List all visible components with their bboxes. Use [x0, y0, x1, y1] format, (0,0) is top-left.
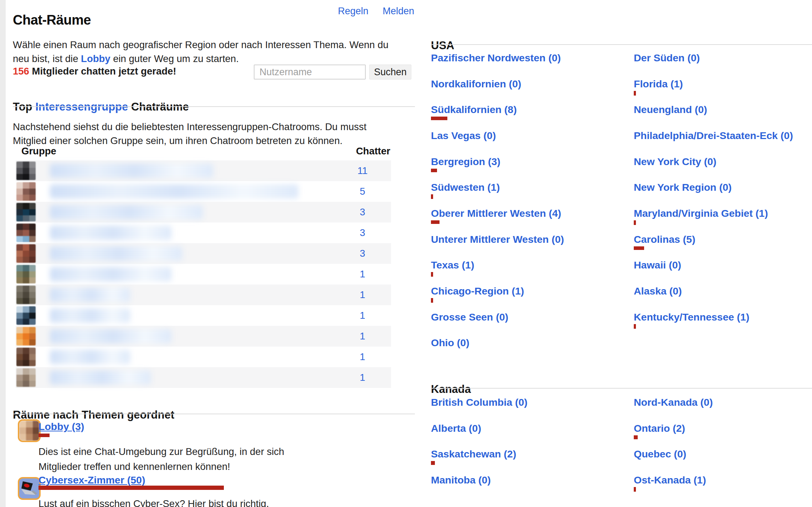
- region-link[interactable]: Manitoba (0): [431, 474, 491, 486]
- group-chatter-count[interactable]: 1: [334, 268, 391, 280]
- username-search-input[interactable]: [254, 65, 366, 80]
- activity-bar: [634, 435, 638, 439]
- group-chatter-count[interactable]: 3: [334, 227, 391, 239]
- cybersex-room-description: Lust auf ein bisschen Cyber-Sex? Hier bi…: [38, 496, 359, 507]
- report-link[interactable]: Melden: [383, 6, 415, 17]
- region-link[interactable]: Las Vegas (0): [431, 130, 496, 142]
- group-name-blurred[interactable]: [50, 350, 130, 364]
- laptop-glyph: [19, 478, 39, 498]
- group-name-blurred[interactable]: [50, 164, 213, 178]
- divider: [431, 388, 812, 389]
- group-chatter-count[interactable]: 3: [334, 248, 391, 259]
- region-link[interactable]: Ohio (0): [431, 337, 469, 349]
- region-item: Alaska (0): [634, 285, 812, 297]
- table-row: 5: [16, 181, 391, 202]
- region-link[interactable]: Ost-Kanada (1): [634, 474, 706, 486]
- region-link[interactable]: Neuengland (0): [634, 104, 707, 116]
- region-link[interactable]: Südkalifornien (8): [431, 104, 517, 116]
- region-link[interactable]: Bergregion (3): [431, 156, 500, 168]
- region-link[interactable]: British Columbia (0): [431, 396, 528, 408]
- group-name-blurred[interactable]: [50, 267, 171, 281]
- lobby-inline-link[interactable]: Lobby: [81, 53, 111, 64]
- table-row: 3: [16, 222, 391, 243]
- region-item: Oberer Mittlerer Westen (4): [431, 208, 631, 224]
- group-name-blurred[interactable]: [50, 329, 171, 343]
- region-item: New York City (0): [634, 156, 812, 168]
- region-link[interactable]: Alaska (0): [634, 285, 682, 297]
- group-name-blurred[interactable]: [50, 226, 171, 240]
- region-item: Der Süden (0): [634, 52, 812, 64]
- group-chatter-count[interactable]: 1: [334, 331, 391, 342]
- group-chatter-count[interactable]: 5: [334, 186, 391, 197]
- group-avatar: [16, 327, 36, 345]
- region-link[interactable]: Maryland/Virginia Gebiet (1): [634, 208, 768, 219]
- divider: [13, 414, 415, 414]
- region-item: Pazifischer Nordwesten (0): [431, 52, 631, 64]
- table-row: 3: [16, 202, 391, 222]
- group-avatar: [16, 162, 36, 180]
- group-name-blurred[interactable]: [50, 370, 151, 385]
- region-link[interactable]: Pazifischer Nordwesten (0): [431, 52, 561, 64]
- group-avatar: [16, 244, 36, 263]
- group-name-blurred[interactable]: [50, 246, 182, 261]
- activity-bar: [634, 246, 644, 250]
- group-chatter-count[interactable]: 1: [334, 310, 391, 321]
- group-chatter-count[interactable]: 11: [334, 165, 391, 176]
- group-avatar: [16, 286, 36, 304]
- region-link[interactable]: Philadelphia/Drei-Staaten-Eck (0): [634, 130, 793, 142]
- region-link[interactable]: Unterer Mittlerer Westen (0): [431, 234, 564, 245]
- activity-bar: [431, 272, 433, 277]
- region-item: New York Region (0): [634, 181, 812, 193]
- region-link[interactable]: Kentucky/Tennessee (1): [634, 311, 749, 323]
- region-item: Philadelphia/Drei-Staaten-Eck (0): [634, 130, 812, 142]
- group-avatar: [16, 348, 36, 366]
- region-link[interactable]: Südwesten (1): [431, 181, 500, 193]
- region-link[interactable]: Carolinas (5): [634, 234, 695, 245]
- group-chatter-count[interactable]: 1: [334, 372, 391, 383]
- region-item: Nord-Kanada (0): [634, 396, 812, 408]
- region-link[interactable]: Texas (1): [431, 259, 474, 271]
- rules-link[interactable]: Regeln: [338, 6, 369, 17]
- region-link[interactable]: New York City (0): [634, 156, 716, 168]
- region-item: Alberta (0): [431, 422, 631, 434]
- group-chatter-count[interactable]: 1: [334, 351, 391, 363]
- group-chatter-count[interactable]: 3: [334, 206, 391, 218]
- activity-bar: [431, 194, 433, 199]
- group-name-blurred[interactable]: [50, 184, 298, 199]
- region-item: Saskatchewan (2): [431, 448, 631, 465]
- top-groups-description: Nachstehend siehst du die beliebtesten I…: [13, 120, 398, 148]
- region-link[interactable]: Ontario (2): [634, 422, 685, 434]
- group-chatter-count[interactable]: 1: [334, 289, 391, 301]
- region-link[interactable]: Oberer Mittlerer Westen (4): [431, 208, 561, 219]
- lobby-room-link[interactable]: Lobby (3): [38, 421, 84, 432]
- region-link[interactable]: Alberta (0): [431, 422, 481, 434]
- group-avatar: [16, 368, 36, 387]
- cybersex-room-icon[interactable]: [18, 477, 41, 500]
- online-count-line: 156 Mitglieder chatten jetzt gerade!: [13, 66, 176, 77]
- lobby-room-icon[interactable]: [18, 419, 41, 442]
- region-link[interactable]: Nord-Kanada (0): [634, 396, 713, 408]
- region-link[interactable]: New York Region (0): [634, 181, 732, 193]
- region-item: Südwesten (1): [431, 181, 631, 199]
- region-link[interactable]: Hawaii (0): [634, 259, 681, 271]
- region-item: Südkalifornien (8): [431, 104, 631, 120]
- region-link[interactable]: Chicago-Region (1): [431, 285, 524, 297]
- col-gruppe: Gruppe: [21, 145, 56, 157]
- group-name-blurred[interactable]: [50, 205, 203, 219]
- table-row: 1: [16, 347, 391, 367]
- region-link[interactable]: Grosse Seen (0): [431, 311, 508, 323]
- region-link[interactable]: Nordkalifornien (0): [431, 78, 521, 90]
- cybersex-room-link[interactable]: Cybersex-Zimmer (50): [38, 474, 145, 486]
- group-avatar: [16, 203, 36, 221]
- region-link[interactable]: Der Süden (0): [634, 52, 700, 64]
- activity-bar: [634, 324, 636, 329]
- online-count-text: Mitglieder chatten jetzt gerade!: [29, 66, 176, 77]
- region-link[interactable]: Florida (1): [634, 78, 683, 90]
- group-name-blurred[interactable]: [50, 308, 130, 323]
- region-link[interactable]: Saskatchewan (2): [431, 448, 516, 460]
- region-item: Florida (1): [634, 78, 812, 96]
- group-name-blurred[interactable]: [50, 288, 130, 302]
- search-button[interactable]: Suchen: [369, 65, 411, 80]
- cybersex-activity-bar: [38, 486, 224, 490]
- region-link[interactable]: Quebec (0): [634, 448, 686, 460]
